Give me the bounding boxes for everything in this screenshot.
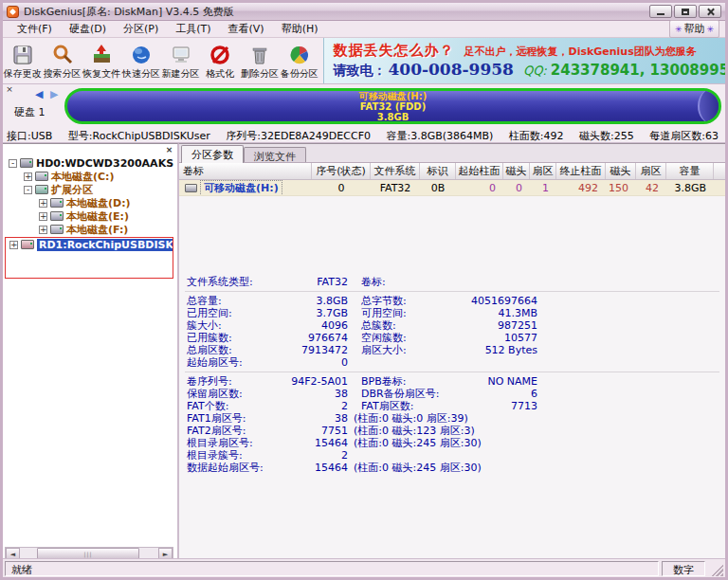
new-partition-button[interactable]: 新建分区 [161, 38, 201, 83]
ad-phone-number: 400-008-9958 [389, 60, 514, 79]
backup-partition-icon [288, 44, 311, 66]
disk-serial: 序列号:32EDE8A249DECCF0 [226, 130, 371, 142]
collapse-icon[interactable]: - [9, 159, 17, 168]
tree-item-label: RD1:RockChipUSBDISKUser (4 [37, 239, 173, 251]
disk-sectors-per-track: 每道扇区数:63 [649, 130, 719, 142]
app-logo-icon [7, 6, 19, 18]
cell-start-head: 0 [503, 180, 530, 195]
minimize-icon [657, 13, 664, 15]
ad-banner: 数据丢失怎么办？ 足不出户，远程恢复，DiskGenius团队为您服务 请致电：… [323, 38, 726, 83]
tree-close-icon[interactable]: × [164, 145, 174, 155]
delete-partition-button[interactable]: 删除分区 [240, 38, 280, 83]
close-icon [706, 8, 715, 16]
col-start-sector[interactable]: 扇区 [530, 163, 556, 179]
col-capacity[interactable]: 容量 [666, 163, 714, 179]
disk-tree: - HD0:WDCWD3200AAKS-75L9A0 ( + 本地磁盘(C:) … [5, 156, 173, 279]
detail-row: 文件系统类型: FAT32 卷标: [179, 276, 725, 288]
col-end-cylinder[interactable]: 终止柱面 [556, 163, 606, 179]
menu-help[interactable]: 帮助(H) [273, 20, 327, 38]
expand-icon[interactable]: + [39, 212, 47, 221]
selection-outline: + RD1:RockChipUSBDISKUser (4 [5, 237, 173, 279]
recover-files-button[interactable]: 恢复文件 [82, 38, 121, 83]
save-changes-button[interactable]: 保存更改 [3, 38, 43, 83]
col-filesystem[interactable]: 文件系统 [371, 163, 420, 179]
cell-start-cylinder: 0 [456, 180, 503, 195]
format-button[interactable]: 格式化 [200, 38, 240, 83]
tree-item-volume-d[interactable]: + 本地磁盘(D:) [5, 196, 173, 209]
menu-disk[interactable]: 硬盘(D) [61, 20, 115, 38]
numlock-indicator: 数字 [662, 561, 705, 576]
menu-tools[interactable]: 工具(T) [167, 20, 219, 38]
status-bar: 就绪 数字 [3, 558, 725, 577]
disk-heads: 磁头数:255 [579, 130, 634, 142]
ad-qq-label: QQ: [523, 63, 547, 78]
disk-interface: 接口:USB [7, 130, 52, 142]
search-partition-button[interactable]: 搜索分区 [43, 38, 82, 83]
col-filler [714, 163, 725, 179]
sparkle-icon: ✳ [675, 25, 682, 34]
panel-close-icon[interactable]: × [5, 84, 14, 94]
prev-disk-arrow-icon[interactable]: ◀ [35, 88, 45, 100]
menu-partition[interactable]: 分区(P) [115, 20, 167, 38]
tree-item-label: 本地磁盘(D:) [66, 196, 131, 209]
menu-view[interactable]: 查看(V) [220, 20, 273, 38]
partition-detail-panel: 分区参数 浏览文件 卷标 序号(状态) 文件系统 标识 起始柱面 磁头 扇区 终… [179, 143, 725, 564]
next-disk-arrow-icon[interactable]: ▶ [50, 88, 60, 100]
cell-end-head: 150 [606, 180, 636, 195]
tree-item-extended-partition[interactable]: - 扩展分区 [5, 183, 173, 196]
collapse-icon[interactable]: - [24, 186, 32, 194]
volume-icon [50, 198, 64, 208]
col-flag[interactable]: 标识 [420, 163, 456, 179]
tree-item-rd1-selected[interactable]: + RD1:RockChipUSBDISKUser (4 [6, 238, 173, 251]
partition-name: 可移动磁盘(H:) [359, 91, 428, 101]
title-bar[interactable]: DiskGenius[原名: DiskMan] V3.4.5 免费版 [3, 3, 725, 21]
disk-capacity: 容量:3.8GB(3864MB) [386, 130, 493, 142]
tree-item-hd0[interactable]: - HD0:WDCWD3200AAKS-75L9A0 ( [5, 156, 173, 170]
partition-table: 卷标 序号(状态) 文件系统 标识 起始柱面 磁头 扇区 终止柱面 磁头 扇区 … [179, 163, 725, 196]
table-row[interactable]: 可移动磁盘(H:) 0 FAT32 0B 0 0 1 492 150 42 3.… [179, 180, 725, 196]
volume-name[interactable]: 可移动磁盘(H:) [200, 180, 282, 195]
tab-browse-files[interactable]: 浏览文件 [244, 147, 306, 162]
maximize-button[interactable] [674, 5, 697, 18]
menu-file[interactable]: 文件(F) [9, 20, 61, 38]
ad-qq-numbers: 243378941, 130089958 [551, 62, 725, 79]
col-end-head[interactable]: 磁头 [606, 163, 636, 179]
search-icon [51, 44, 74, 66]
resize-grip[interactable] [708, 561, 723, 576]
new-partition-icon [170, 44, 192, 66]
partition-capsule[interactable]: 可移动磁盘(H:) FAT32 (FDD) 3.8GB [64, 88, 721, 124]
disk-info-line: 接口:USB 型号:RockChipUSBDISKUser 序列号:32EDE8… [7, 129, 725, 143]
col-start-cylinder[interactable]: 起始柱面 [456, 163, 503, 179]
col-volume-label[interactable]: 卷标 [179, 163, 312, 179]
help-shortcut-button[interactable]: ✳ 帮助 ✳ [669, 20, 719, 38]
tree-item-volume-c[interactable]: + 本地磁盘(C:) [5, 170, 173, 183]
expand-icon[interactable]: + [9, 241, 18, 249]
separator [185, 372, 719, 372]
tab-partition-parameters[interactable]: 分区参数 [181, 145, 244, 163]
quick-partition-button[interactable]: 快速分区 [121, 38, 161, 83]
expand-icon[interactable]: + [24, 172, 32, 181]
save-icon [11, 44, 34, 66]
tree-item-volume-e[interactable]: + 本地磁盘(E:) [5, 209, 173, 223]
backup-partition-button[interactable]: 备份分区 [280, 38, 319, 83]
tree-item-volume-f[interactable]: + 本地磁盘(F:) [5, 223, 173, 236]
close-button[interactable] [699, 5, 721, 18]
cell-start-sector: 1 [530, 180, 556, 195]
removable-disk-icon [21, 240, 34, 249]
sparkle-icon: ✳ [706, 25, 714, 34]
volume-icon [35, 172, 48, 181]
minimize-button[interactable] [649, 5, 672, 18]
table-header: 卷标 序号(状态) 文件系统 标识 起始柱面 磁头 扇区 终止柱面 磁头 扇区 … [179, 163, 725, 180]
ad-call-label: 请致电： [334, 63, 387, 80]
col-index-status[interactable]: 序号(状态) [312, 163, 371, 179]
app-window: DiskGenius[原名: DiskMan] V3.4.5 免费版 文件(F)… [0, 0, 728, 580]
expand-icon[interactable]: + [39, 226, 47, 234]
col-end-sector[interactable]: 扇区 [636, 163, 666, 179]
expand-icon[interactable]: + [39, 199, 47, 208]
harddisk-icon [20, 158, 33, 168]
tree-item-label: 本地磁盘(E:) [66, 209, 129, 223]
maximize-icon [682, 9, 689, 15]
col-start-head[interactable]: 磁头 [503, 163, 530, 179]
tab-strip: 分区参数 浏览文件 [179, 144, 725, 163]
status-text: 就绪 [5, 561, 659, 576]
